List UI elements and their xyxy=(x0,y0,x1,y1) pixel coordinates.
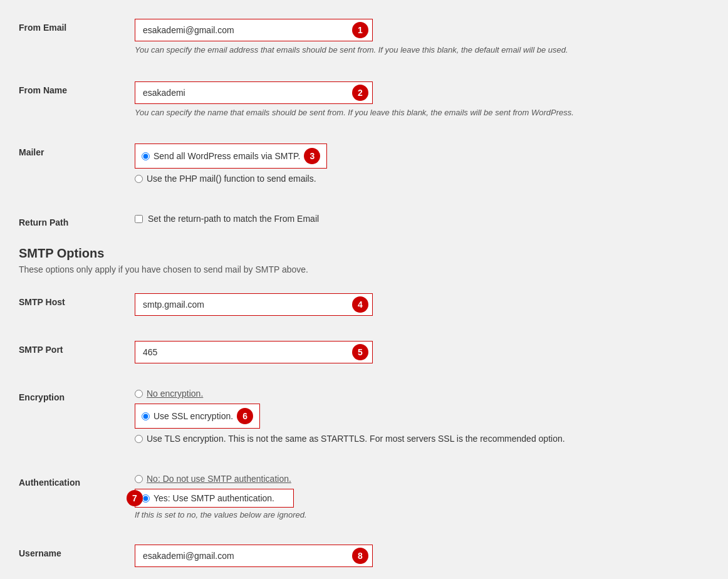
step-badge-5: 5 xyxy=(352,344,368,360)
encryption-none-label: No encryption. xyxy=(147,389,203,399)
smtp-host-input[interactable] xyxy=(137,295,371,314)
mailer-smtp-radio[interactable] xyxy=(142,152,150,160)
return-path-checkbox[interactable] xyxy=(135,215,143,223)
step-badge-7: 7 xyxy=(127,490,143,506)
username-label: Username xyxy=(19,545,135,558)
step-badge-4: 4 xyxy=(352,296,368,313)
encryption-ssl-wrapper: Use SSL encryption. 6 xyxy=(135,404,260,429)
auth-no-option: No: Do not use SMTP authentication. xyxy=(135,474,709,484)
encryption-ssl-label: Use SSL encryption. xyxy=(153,411,233,421)
encryption-tls-option: Use TLS encryption. This is not the same… xyxy=(135,434,709,444)
authentication-row: Authentication No: Do not use SMTP authe… xyxy=(19,467,709,526)
step-badge-1: 1 xyxy=(352,22,368,38)
smtp-port-content: 5 xyxy=(135,341,709,363)
mailer-label: Mailer xyxy=(19,143,135,157)
encryption-label: Encryption xyxy=(19,389,135,402)
auth-no-radio[interactable] xyxy=(135,475,143,483)
from-name-help: You can specify the name that emails sho… xyxy=(135,107,709,119)
smtp-port-label: SMTP Port xyxy=(19,341,135,355)
return-path-row: Return Path Set the return-path to match… xyxy=(19,207,709,234)
username-input-wrapper: 8 xyxy=(135,545,373,567)
return-path-checkbox-label: Set the return-path to match the From Em… xyxy=(148,214,319,224)
return-path-content: Set the return-path to match the From Em… xyxy=(135,214,709,224)
from-name-row: From Name 2 You can specify the name tha… xyxy=(19,75,709,125)
from-email-input-wrapper: 1 xyxy=(135,19,373,41)
smtp-options-subtitle: These options only apply if you have cho… xyxy=(19,264,709,274)
encryption-content: No encryption. Use SSL encryption. 6 Use… xyxy=(135,389,709,449)
mailer-phpmail-option: Use the PHP mail() function to send emai… xyxy=(135,174,709,184)
from-email-content: 1 You can specify the email address that… xyxy=(135,19,709,56)
smtp-port-row: SMTP Port 5 xyxy=(19,335,709,370)
auth-yes-wrapper: 7 Yes: Use SMTP authentication. xyxy=(135,489,294,508)
from-email-label: From Email xyxy=(19,19,135,33)
mailer-smtp-label: Send all WordPress emails via SMTP. xyxy=(153,151,300,161)
mailer-row: Mailer Send all WordPress emails via SMT… xyxy=(19,137,709,195)
from-name-content: 2 You can specify the name that emails s… xyxy=(135,81,709,119)
from-email-help: You can specify the email address that e… xyxy=(135,44,709,56)
return-path-label: Return Path xyxy=(19,214,135,227)
step-badge-3: 3 xyxy=(304,148,320,164)
return-path-checkbox-row: Set the return-path to match the From Em… xyxy=(135,214,709,224)
encryption-tls-label: Use TLS encryption. This is not the same… xyxy=(147,434,565,444)
step-badge-8: 8 xyxy=(352,548,368,564)
smtp-host-row: SMTP Host 4 xyxy=(19,287,709,322)
from-name-input-wrapper: 2 xyxy=(135,81,373,104)
smtp-options-title: SMTP Options xyxy=(19,246,709,261)
username-input[interactable] xyxy=(137,546,371,565)
auth-no-label: No: Do not use SMTP authentication. xyxy=(147,474,291,484)
from-email-row: From Email 1 You can specify the email a… xyxy=(19,13,709,63)
step-badge-6: 6 xyxy=(237,408,253,424)
authentication-label: Authentication xyxy=(19,474,135,488)
auth-yes-label: Yes: Use SMTP authentication. xyxy=(153,493,274,503)
from-name-label: From Name xyxy=(19,81,135,95)
smtp-host-label: SMTP Host xyxy=(19,293,135,307)
encryption-row: Encryption No encryption. Use SSL encryp… xyxy=(19,382,709,455)
username-row: Username 8 xyxy=(19,538,709,573)
encryption-ssl-radio[interactable] xyxy=(142,412,150,420)
smtp-host-content: 4 xyxy=(135,293,709,316)
mailer-content: Send all WordPress emails via SMTP. 3 Us… xyxy=(135,143,709,189)
username-content: 8 xyxy=(135,545,709,567)
mailer-phpmail-label: Use the PHP mail() function to send emai… xyxy=(147,174,316,184)
step-badge-2: 2 xyxy=(352,85,368,101)
mailer-smtp-wrapper: Send all WordPress emails via SMTP. 3 xyxy=(135,143,327,169)
authentication-content: No: Do not use SMTP authentication. 7 Ye… xyxy=(135,474,709,519)
smtp-port-input[interactable] xyxy=(137,343,371,362)
mailer-phpmail-radio[interactable] xyxy=(135,175,143,183)
encryption-none-option: No encryption. xyxy=(135,389,709,399)
smtp-host-input-wrapper: 4 xyxy=(135,293,373,316)
from-email-input[interactable] xyxy=(137,21,371,39)
auth-note: If this is set to no, the values below a… xyxy=(135,510,709,519)
encryption-tls-radio[interactable] xyxy=(135,435,143,443)
encryption-none-radio[interactable] xyxy=(135,390,143,398)
from-name-input[interactable] xyxy=(137,83,371,102)
smtp-port-input-wrapper: 5 xyxy=(135,341,373,363)
